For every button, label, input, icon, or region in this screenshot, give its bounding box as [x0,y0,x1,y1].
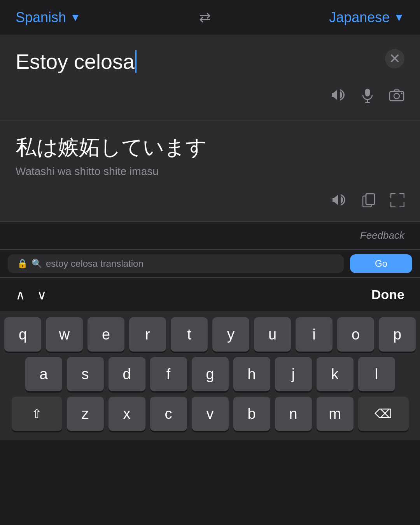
key-r[interactable]: r [129,317,166,352]
key-l[interactable]: l [358,357,395,391]
feedback-label[interactable]: Feedback [360,229,404,242]
target-language-chevron: ▼ [394,11,404,24]
key-a[interactable]: a [25,357,62,391]
key-s[interactable]: s [67,357,104,391]
done-button[interactable]: Done [371,287,404,302]
translation-area: 私は嫉妬しています Watashi wa shitto shite imasu [0,121,420,222]
lock-icon: 🔒 [17,259,28,269]
svg-point-4 [394,93,399,99]
key-f[interactable]: f [150,357,187,391]
search-icon-small: 🔍 [32,259,42,269]
url-pill[interactable]: 🔒 🔍 estoy celosa translation [8,254,344,273]
key-i[interactable]: i [296,317,332,352]
source-text-input[interactable]: Estoy celosa [16,49,404,74]
swap-languages-button[interactable]: ⇄ [199,9,211,26]
key-k[interactable]: k [317,357,354,391]
keyboard-row-3: ⇧ z x c v b n m ⌫ [4,397,416,431]
target-language-label: Japanese [329,9,390,26]
source-text-area[interactable]: Estoy celosa ✕ [0,35,420,121]
key-z[interactable]: z [67,397,104,431]
shift-key[interactable]: ⇧ [12,397,62,431]
svg-rect-0 [365,89,370,96]
key-e[interactable]: e [88,317,124,352]
keyboard-row-2: a s d f g h j k l [4,357,416,391]
key-j[interactable]: j [275,357,312,391]
key-o[interactable]: o [337,317,374,352]
nav-up-arrow[interactable]: ∧ [16,287,25,303]
key-u[interactable]: u [254,317,291,352]
nav-down-arrow[interactable]: ∨ [37,287,47,303]
key-g[interactable]: g [192,357,229,391]
key-q[interactable]: q [4,317,41,352]
translation-fullscreen-icon[interactable] [390,193,404,210]
language-bar: Spanish ▼ ⇄ Japanese ▼ [0,0,420,35]
key-m[interactable]: m [317,397,354,431]
translation-speaker-icon[interactable] [332,193,347,210]
translation-action-bar [16,187,404,210]
key-v[interactable]: v [192,397,229,431]
keyboard: q w e r t y u i o p a s d f g h j k l ⇧ … [0,312,420,440]
key-h[interactable]: h [233,357,270,391]
source-language-selector[interactable]: Spanish ▼ [16,9,81,26]
key-c[interactable]: c [150,397,187,431]
key-b[interactable]: b [233,397,270,431]
feedback-bar: Feedback [0,222,420,250]
source-microphone-icon[interactable] [362,88,373,106]
source-language-chevron: ▼ [70,11,81,24]
key-p[interactable]: p [379,317,416,352]
keyboard-row-1: q w e r t y u i o p [4,317,416,352]
url-bar-area: 🔒 🔍 estoy celosa translation Go [0,250,420,278]
svg-point-5 [401,93,402,94]
delete-key[interactable]: ⌫ [358,397,409,431]
text-cursor [135,50,136,73]
target-language-selector[interactable]: Japanese ▼ [329,9,404,26]
source-camera-icon[interactable] [389,88,404,106]
key-w[interactable]: w [46,317,83,352]
nav-arrows-group: ∧ ∨ [16,287,47,303]
svg-rect-7 [366,194,374,205]
key-n[interactable]: n [275,397,312,431]
clear-button[interactable]: ✕ [385,49,404,68]
key-x[interactable]: x [108,397,145,431]
translation-copy-icon[interactable] [362,193,375,210]
key-t[interactable]: t [171,317,208,352]
romanji-text: Watashi wa shitto shite imasu [16,165,404,178]
key-d[interactable]: d [108,357,145,391]
source-action-bar [16,82,404,106]
source-speaker-icon[interactable] [331,88,346,106]
key-y[interactable]: y [212,317,249,352]
translated-text: 私は嫉妬しています [16,135,404,160]
source-language-label: Spanish [16,9,66,26]
go-button[interactable]: Go [350,254,412,273]
keyboard-toolbar: ∧ ∨ Done [0,278,420,312]
url-query: estoy celosa translation [46,258,334,269]
